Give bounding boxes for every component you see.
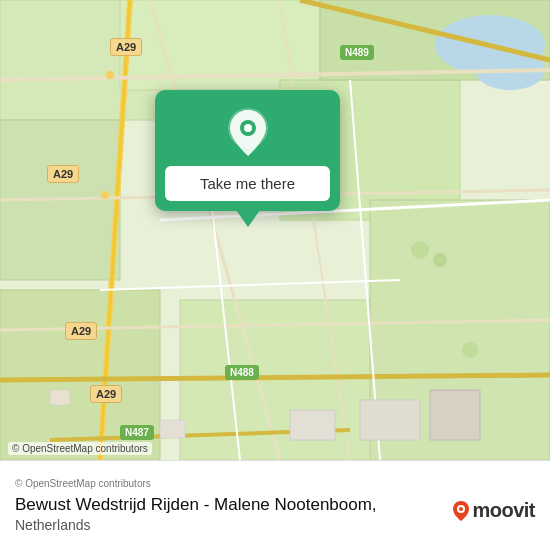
- moovit-logo: moovit: [452, 499, 535, 522]
- moovit-pin-icon: [452, 500, 470, 522]
- take-me-there-button[interactable]: Take me there: [165, 166, 330, 201]
- svg-point-33: [433, 253, 447, 267]
- road-label-a29-top: A29: [110, 38, 142, 56]
- popup-card: Take me there: [155, 90, 340, 211]
- svg-point-34: [462, 342, 478, 358]
- road-label-n489: N489: [340, 45, 374, 60]
- moovit-text: moovit: [472, 499, 535, 522]
- map-copyright: © OpenStreetMap contributors: [8, 442, 152, 455]
- road-label-a29-bottom: A29: [90, 385, 122, 403]
- svg-rect-25: [360, 400, 420, 440]
- bottom-bar: © OpenStreetMap contributors Bewust Weds…: [0, 460, 550, 550]
- svg-point-32: [411, 241, 429, 259]
- svg-point-39: [244, 124, 252, 132]
- svg-rect-28: [50, 390, 70, 405]
- svg-point-36: [101, 191, 109, 199]
- popup-inner: Take me there: [155, 90, 340, 211]
- road-label-a29-mid: A29: [47, 165, 79, 183]
- svg-rect-27: [290, 410, 335, 440]
- svg-rect-26: [430, 390, 480, 440]
- svg-rect-29: [160, 420, 185, 438]
- svg-point-41: [459, 507, 463, 511]
- road-label-n488: N488: [225, 365, 259, 380]
- svg-point-35: [106, 71, 114, 79]
- map-svg: [0, 0, 550, 460]
- copyright-line: © OpenStreetMap contributors: [15, 478, 535, 489]
- location-pin-icon: [226, 108, 270, 158]
- road-label-n487: N487: [120, 425, 154, 440]
- map-container: A29 A29 A29 A29 N489 N488 N487 Take me t…: [0, 0, 550, 460]
- road-label-a29-low: A29: [65, 322, 97, 340]
